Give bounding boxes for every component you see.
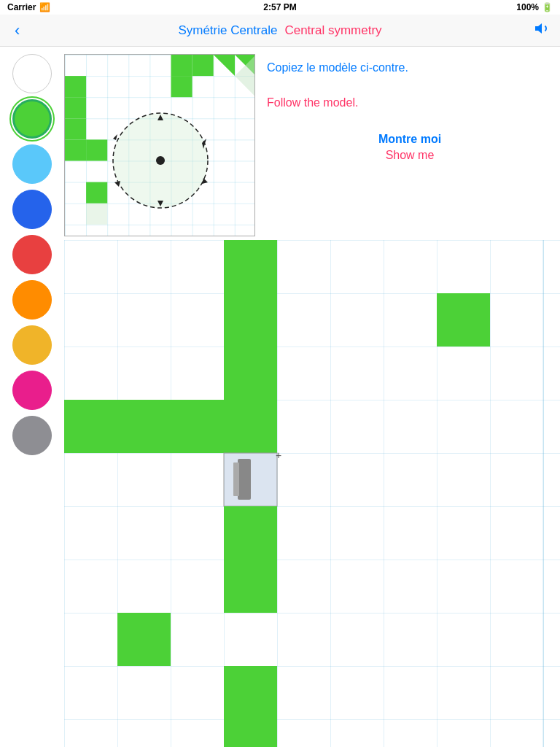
- svg-rect-35: [233, 462, 239, 496]
- svg-rect-30: [117, 400, 171, 453]
- color-red-button[interactable]: [12, 235, 52, 274]
- instruction-french: Copiez le modèle ci-contre.: [267, 61, 553, 74]
- model-instructions: Copiez le modèle ci-contre. Follow the m…: [267, 54, 553, 233]
- svg-rect-2: [171, 55, 192, 76]
- carrier-label: Carrier: [7, 2, 36, 12]
- svg-rect-31: [171, 400, 224, 453]
- right-panel: Copiez le modèle ci-contre. Follow the m…: [64, 47, 560, 747]
- svg-rect-32: [224, 400, 277, 453]
- drawing-area[interactable]: +: [64, 240, 560, 747]
- carrier-wifi: Carrier 📶: [7, 2, 50, 12]
- show-me-english: Show me: [267, 147, 553, 163]
- svg-rect-8: [65, 76, 86, 97]
- svg-rect-41: [224, 719, 277, 747]
- svg-rect-28: [437, 293, 490, 347]
- battery-area: 100% 🔋: [516, 2, 553, 12]
- svg-rect-37: [224, 506, 277, 560]
- main-content: Copiez le modèle ci-contre. Follow the m…: [0, 47, 560, 747]
- svg-rect-40: [224, 666, 277, 719]
- svg-rect-26: [224, 293, 277, 347]
- color-pink-button[interactable]: [12, 371, 52, 410]
- nav-title-english: Central symmetry: [284, 23, 381, 38]
- color-palette: [0, 47, 64, 747]
- color-lightblue-button[interactable]: [12, 144, 52, 184]
- svg-rect-27: [224, 347, 277, 400]
- svg-rect-34: [238, 459, 251, 500]
- battery-icon: 🔋: [542, 2, 553, 12]
- svg-rect-9: [65, 97, 86, 118]
- nav-bar: ‹ Symétrie Centrale Central symmetry: [0, 15, 560, 47]
- nav-title: Symétrie Centrale Central symmetry: [178, 23, 381, 38]
- svg-rect-4: [171, 76, 192, 97]
- drawing-grid-svg: +: [64, 240, 560, 747]
- svg-rect-3: [192, 55, 214, 76]
- instruction-english: Follow the model.: [267, 96, 553, 109]
- color-orange-button[interactable]: [12, 280, 52, 320]
- svg-text:+: +: [276, 449, 281, 461]
- svg-rect-12: [86, 139, 107, 160]
- model-grid-svg: [65, 55, 255, 236]
- svg-rect-11: [65, 139, 86, 160]
- model-area: Copiez le modèle ci-contre. Follow the m…: [64, 47, 560, 240]
- back-button[interactable]: ‹: [9, 18, 26, 43]
- svg-rect-38: [224, 560, 277, 613]
- color-blue-button[interactable]: [12, 190, 52, 229]
- svg-rect-10: [65, 118, 86, 139]
- color-white-button[interactable]: [12, 54, 52, 93]
- svg-rect-25: [224, 240, 277, 293]
- color-yellow-button[interactable]: [12, 325, 52, 365]
- model-image: [64, 54, 255, 236]
- svg-rect-13: [86, 182, 107, 204]
- show-me-button[interactable]: Montre moi Show me: [267, 131, 553, 164]
- svg-rect-39: [117, 613, 171, 666]
- battery-label: 100%: [516, 2, 539, 12]
- svg-rect-14: [86, 204, 107, 225]
- audio-button[interactable]: [534, 20, 551, 41]
- time-label: 2:57 PM: [263, 2, 296, 12]
- wifi-icon: 📶: [39, 2, 50, 12]
- svg-rect-29: [64, 400, 117, 453]
- svg-point-16: [156, 156, 165, 165]
- nav-title-french: Symétrie Centrale: [178, 23, 277, 38]
- color-green-button[interactable]: [12, 99, 52, 139]
- color-gray-button[interactable]: [12, 416, 52, 455]
- svg-marker-0: [535, 23, 542, 34]
- status-bar: Carrier 📶 2:57 PM 100% 🔋: [0, 0, 560, 15]
- show-me-french: Montre moi: [267, 131, 553, 147]
